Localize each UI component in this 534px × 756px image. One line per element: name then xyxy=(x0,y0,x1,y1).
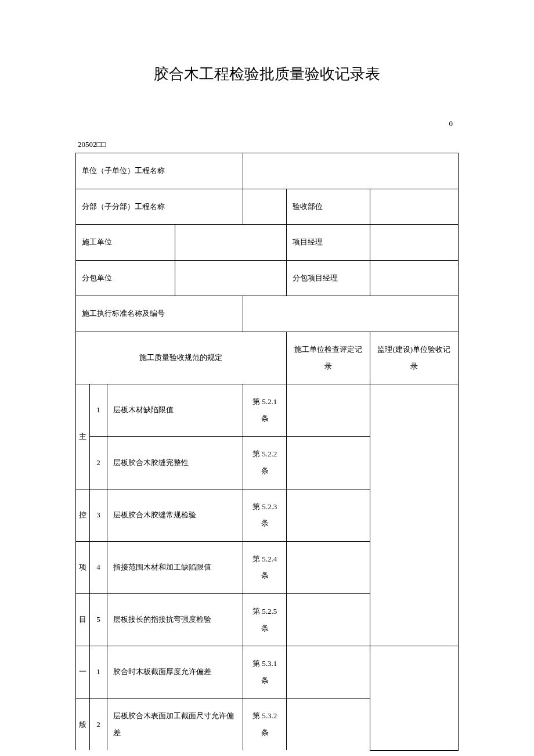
main-label-3: 项 xyxy=(76,541,90,593)
pm-label: 项目经理 xyxy=(286,225,370,261)
sub-pm-label: 分包项目经理 xyxy=(286,260,370,296)
item-desc: 胶合时木板截面厚度允许偏差 xyxy=(107,646,243,699)
item-check xyxy=(286,489,370,541)
header-row-5: 施工执行标准名称及编号 xyxy=(76,296,459,332)
subcontract-unit-value xyxy=(175,260,287,296)
item-num: 4 xyxy=(90,541,107,593)
item-check xyxy=(286,541,370,593)
main-label-4: 目 xyxy=(76,593,90,646)
item-check xyxy=(286,699,370,751)
item-num: 5 xyxy=(90,593,107,646)
item-num: 1 xyxy=(90,384,107,437)
standard-value xyxy=(243,296,459,332)
item-clause: 第 5.3.2 条 xyxy=(243,699,287,751)
item-desc: 层板接长的指接抗弯强度检验 xyxy=(107,593,243,646)
item-num: 1 xyxy=(90,646,107,699)
subcontract-unit-label: 分包单位 xyxy=(76,260,175,296)
item-num: 3 xyxy=(90,489,107,541)
main-label-1: 主 xyxy=(76,384,90,489)
header-row-3: 施工单位 项目经理 xyxy=(76,225,459,261)
item-clause: 第 5.2.4 条 xyxy=(243,541,287,593)
item-clause: 第 5.2.3 条 xyxy=(243,489,287,541)
inspection-table: 单位（子单位）工程名称 分部（子分部）工程名称 验收部位 施工单位 项目经理 分… xyxy=(75,153,459,751)
item-desc: 层板胶合木胶缝完整性 xyxy=(107,437,243,489)
item-clause: 第 5.2.5 条 xyxy=(243,593,287,646)
pm-value xyxy=(370,225,458,261)
general-accept xyxy=(370,646,458,751)
item-clause: 第 5.3.1 条 xyxy=(243,646,287,699)
division-project-value xyxy=(243,189,287,225)
construction-unit-value xyxy=(175,225,287,261)
item-check xyxy=(286,437,370,489)
main-accept xyxy=(370,384,458,646)
accept-part-value xyxy=(370,189,458,225)
header-row-4: 分包单位 分包项目经理 xyxy=(76,260,459,296)
standard-label: 施工执行标准名称及编号 xyxy=(76,296,243,332)
item-desc: 指接范围木材和加工缺陷限值 xyxy=(107,541,243,593)
item-num: 2 xyxy=(90,437,107,489)
accept-part-label: 验收部位 xyxy=(286,189,370,225)
main-label-2: 控 xyxy=(76,489,90,541)
header-row-2: 分部（子分部）工程名称 验收部位 xyxy=(76,189,459,225)
unit-project-label: 单位（子单位）工程名称 xyxy=(76,153,243,189)
col-accept: 监理(建设)单位验收记录 xyxy=(370,332,458,384)
top-right-marker: 0 xyxy=(75,119,459,128)
item-clause: 第 5.2.1 条 xyxy=(243,384,287,437)
item-desc: 层板胶合木表面加工截面尺寸允许偏差 xyxy=(107,699,243,751)
col-check: 施工单位检查评定记录 xyxy=(286,332,370,384)
sub-pm-value xyxy=(370,260,458,296)
item-desc: 层板胶合木胶缝常规检验 xyxy=(107,489,243,541)
construction-unit-label: 施工单位 xyxy=(76,225,175,261)
header-row-1: 单位（子单位）工程名称 xyxy=(76,153,459,189)
item-desc: 层板木材缺陷限值 xyxy=(107,384,243,437)
item-num: 2 xyxy=(90,699,107,751)
unit-project-value xyxy=(243,153,459,189)
column-header-row: 施工质量验收规范的规定 施工单位检查评定记录 监理(建设)单位验收记录 xyxy=(76,332,459,384)
page-title: 胶合木工程检验批质量验收记录表 xyxy=(75,64,459,84)
general-label-2: 般 xyxy=(76,699,90,751)
form-code: 20502□□ xyxy=(75,140,459,149)
general-item-row: 一 1 胶合时木板截面厚度允许偏差 第 5.3.1 条 xyxy=(76,646,459,699)
item-check xyxy=(286,384,370,437)
division-project-label: 分部（子分部）工程名称 xyxy=(76,189,243,225)
item-check xyxy=(286,593,370,646)
main-item-row: 主 1 层板木材缺陷限值 第 5.2.1 条 xyxy=(76,384,459,437)
col-spec: 施工质量验收规范的规定 xyxy=(76,332,287,384)
item-clause: 第 5.2.2 条 xyxy=(243,437,287,489)
item-check xyxy=(286,646,370,699)
general-label-1: 一 xyxy=(76,646,90,699)
